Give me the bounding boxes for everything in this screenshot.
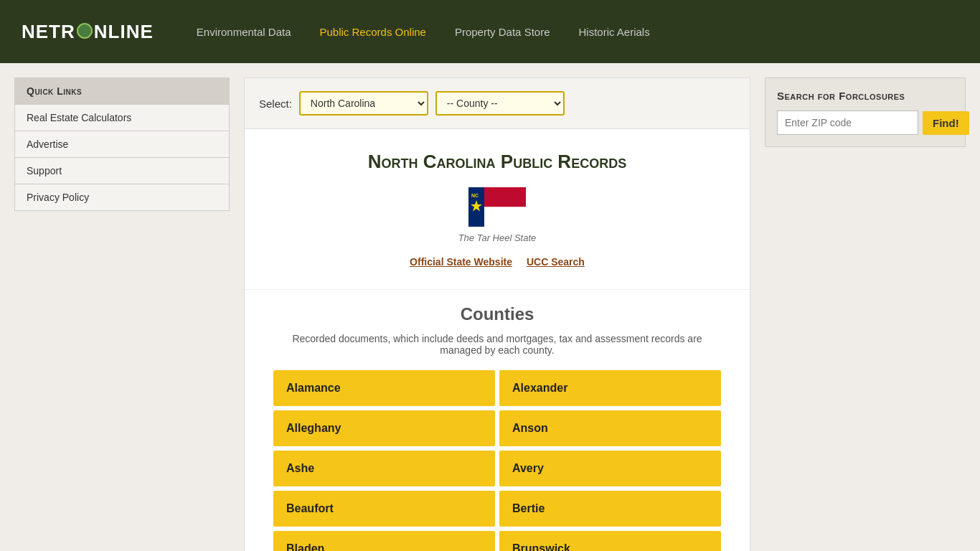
sidebar-item-support[interactable]: Support [15,157,229,184]
counties-title: Counties [273,304,721,324]
select-label: Select: [259,98,292,110]
header: NETR NLINE Environmental Data Public Rec… [0,0,980,63]
zip-input[interactable] [777,110,918,135]
svg-rect-2 [484,207,526,227]
foreclosure-title: Search for Forclosures [777,90,953,102]
county-item[interactable]: Alamance [273,370,495,406]
state-title: North Carolina Public Records [273,151,721,173]
svg-text:NC: NC [471,193,479,198]
nav-environmental-data[interactable]: Environmental Data [197,26,291,38]
county-item[interactable]: Brunswick [499,531,721,551]
counties-grid: AlamanceAlexanderAlleghanyAnsonAsheAvery… [273,370,721,551]
main-nav: Environmental Data Public Records Online… [197,26,650,38]
content-wrapper: Quick Links Real Estate Calculators Adve… [0,63,980,551]
nav-historic-aerials[interactable]: Historic Aerials [578,26,649,38]
county-item[interactable]: Alexander [499,370,721,406]
sidebar-item-privacy[interactable]: Privacy Policy [15,184,229,210]
county-item[interactable]: Bertie [499,491,721,527]
sidebar: Quick Links Real Estate Calculators Adve… [14,77,230,551]
county-item[interactable]: Alleghany [273,410,495,446]
foreclosure-form: Find! [777,110,953,135]
nav-public-records[interactable]: Public Records Online [320,26,426,38]
state-select[interactable]: North Carolina Alabama Alaska [299,91,428,116]
official-state-link[interactable]: Official State Website [410,256,512,268]
logo[interactable]: NETR NLINE [22,21,154,43]
counties-section: Counties Recorded documents, which inclu… [245,290,750,551]
main-content: Select: North Carolina Alabama Alaska --… [244,77,750,551]
find-button[interactable]: Find! [923,111,969,135]
county-item[interactable]: Avery [499,451,721,486]
quick-links-title: Quick Links [15,78,229,104]
county-item[interactable]: Ashe [273,451,495,486]
foreclosure-box: Search for Forclosures Find! [765,77,966,147]
sidebar-item-advertise[interactable]: Advertise [15,131,229,157]
state-section: North Carolina Public Records NC The Tar… [245,129,750,290]
county-select[interactable]: -- County -- Alamance Alexander Ashe [435,91,565,116]
county-item[interactable]: Beaufort [273,491,495,527]
svg-rect-1 [484,187,526,207]
counties-description: Recorded documents, which include deeds … [273,333,721,356]
county-item[interactable]: Anson [499,410,721,446]
globe-icon [77,23,93,39]
quick-links-box: Quick Links Real Estate Calculators Adve… [14,77,230,211]
nav-property-data[interactable]: Property Data Store [455,26,550,38]
logo-suffix: NLINE [94,21,154,43]
select-bar: Select: North Carolina Alabama Alaska --… [245,78,750,129]
state-flag: NC [468,187,526,227]
county-item[interactable]: Bladen [273,531,495,551]
sidebar-item-real-estate[interactable]: Real Estate Calculators [15,104,229,131]
ucc-search-link[interactable]: UCC Search [527,256,585,268]
right-sidebar: Search for Forclosures Find! [765,77,966,551]
state-links: Official State Website UCC Search [273,256,721,268]
state-motto: The Tar Heel State [273,232,721,243]
logo-text: NETR [22,21,75,43]
